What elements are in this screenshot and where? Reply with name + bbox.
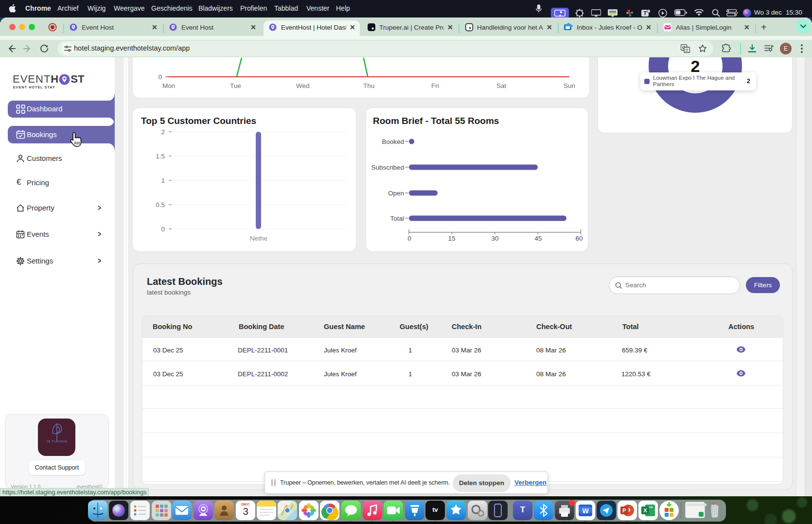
svg-text:45: 45 [534, 235, 542, 242]
svg-text:15: 15 [448, 235, 455, 242]
svg-text:X: X [643, 507, 647, 513]
svg-text:2: 2 [161, 128, 165, 136]
svg-text:60: 60 [575, 235, 583, 242]
svg-text:Nethe: Nethe [250, 235, 267, 242]
svg-text:T: T [643, 10, 647, 16]
svg-text:P: P [622, 507, 626, 513]
svg-text:1.5: 1.5 [156, 153, 165, 160]
svg-text:Open: Open [388, 190, 404, 197]
svg-text:0.5: 0.5 [156, 201, 165, 209]
svg-text:0: 0 [161, 226, 165, 233]
svg-text:30: 30 [491, 235, 498, 242]
svg-text:0: 0 [159, 73, 162, 81]
svg-text:0: 0 [407, 235, 411, 242]
svg-text:DE PLESMAN: DE PLESMAN [47, 440, 67, 443]
svg-text:1: 1 [161, 177, 165, 184]
svg-text:Subscribed: Subscribed [371, 164, 404, 171]
svg-text:W: W [582, 507, 589, 515]
svg-text:文: 文 [685, 48, 689, 52]
svg-text:Booked: Booked [382, 138, 404, 145]
svg-text:Total: Total [390, 215, 404, 222]
